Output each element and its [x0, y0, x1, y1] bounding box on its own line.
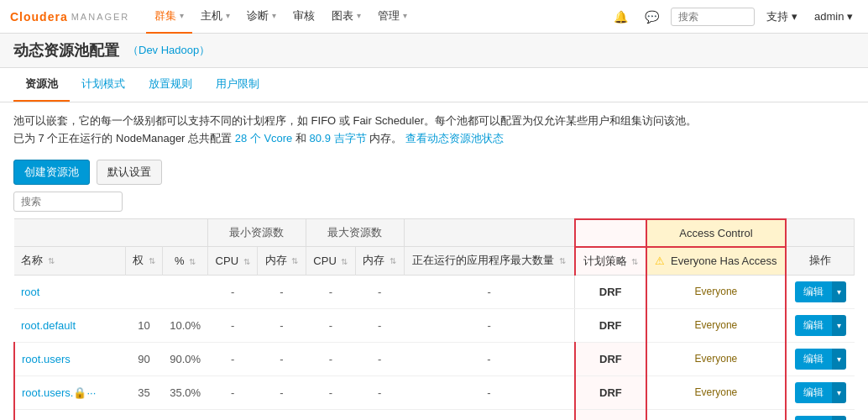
description-line2: 已为 7 个正在运行的 NodeManager 总共配置 28 个 Vcore …: [13, 130, 855, 148]
cell-max-cpu: -: [306, 342, 355, 375]
tab-plan-mode[interactable]: 计划模式: [70, 68, 137, 102]
cell-pct: 10.0%: [163, 308, 208, 342]
cell-running: -: [404, 409, 575, 420]
table-body: root - - - - - DRF Everyone 编辑 ▾ root.de…: [14, 275, 855, 420]
edit-button[interactable]: 编辑: [795, 315, 832, 336]
cell-weight: 10: [125, 409, 162, 420]
edit-button[interactable]: 编辑: [795, 416, 832, 420]
support-button[interactable]: 支持 ▾: [761, 9, 803, 24]
page-header: 动态资源池配置 （Dev Hadoop）: [0, 34, 868, 68]
col-group-max: 最大资源数: [306, 219, 404, 247]
edit-dropdown-button[interactable]: ▾: [832, 315, 846, 336]
cell-min-mem: -: [258, 342, 306, 375]
nav-item-host[interactable]: 主机 ▾: [192, 0, 238, 34]
cell-min-mem: -: [258, 375, 306, 409]
cell-name[interactable]: root.users.hdfs: [14, 409, 125, 420]
cell-min-cpu: -: [208, 375, 258, 409]
chevron-down-icon: ▾: [272, 11, 276, 20]
chevron-down-icon: ▾: [180, 11, 184, 20]
tab-placement-rules[interactable]: 放置规则: [137, 68, 204, 102]
edit-dropdown-button[interactable]: ▾: [832, 416, 846, 420]
chevron-down-icon: ▾: [357, 11, 361, 20]
description-line1: 池可以嵌套，它的每一个级别都可以支持不同的计划程序，如 FIFO 或 Fair …: [13, 113, 855, 130]
edit-button[interactable]: 编辑: [795, 349, 832, 370]
col-group-running: [404, 219, 575, 247]
status-link[interactable]: 查看动态资源池状态: [405, 132, 504, 144]
create-pool-button[interactable]: 创建资源池: [13, 160, 90, 185]
vcore-link[interactable]: 28 个 Vcore: [235, 132, 293, 144]
edit-dropdown-button[interactable]: ▾: [832, 349, 846, 370]
sort-icon[interactable]: ⇅: [559, 256, 566, 265]
col-header-max-cpu: CPU ⇅: [306, 247, 355, 276]
nav-right: 🔔 💬 支持 ▾ admin ▾: [609, 7, 858, 27]
logo-area: Cloudera MANAGER: [10, 10, 129, 24]
mem-link[interactable]: 80.9 吉字节: [310, 132, 367, 144]
cell-running: -: [404, 342, 575, 375]
nav-item-audit[interactable]: 审核: [285, 0, 323, 34]
nav-items: 群集 ▾ 主机 ▾ 诊断 ▾ 审核 图表 ▾ 管理 ▾: [146, 0, 609, 34]
global-search-input[interactable]: [671, 8, 755, 26]
cell-ops: 编辑 ▾: [786, 308, 855, 342]
cell-min-cpu: -: [208, 308, 258, 342]
cell-max-cpu: -: [306, 308, 355, 342]
cell-weight: 10: [125, 308, 162, 342]
cell-running: -: [404, 308, 575, 342]
sort-icon[interactable]: ⇅: [243, 257, 250, 266]
chevron-down-icon: ▾: [226, 11, 230, 20]
table-search-input[interactable]: [13, 192, 123, 212]
cell-pct: 10.0%: [163, 409, 208, 420]
cell-plan: DRF: [575, 275, 646, 308]
sort-icon[interactable]: ⇅: [149, 256, 155, 265]
col-group-ops: [786, 219, 855, 247]
logo-cloudera: Cloudera: [10, 10, 68, 24]
sub-nav: 资源池 计划模式 放置规则 用户限制: [0, 68, 868, 102]
sort-icon[interactable]: ⇅: [341, 257, 348, 266]
chat-icon[interactable]: 💬: [640, 7, 664, 27]
cell-name[interactable]: root.users.🔒···: [14, 375, 125, 409]
cell-weight: 35: [125, 375, 162, 409]
sort-icon[interactable]: ⇅: [390, 256, 396, 265]
tab-user-limits[interactable]: 用户限制: [204, 68, 271, 102]
cell-pct: 35.0%: [163, 375, 208, 409]
cell-name[interactable]: root.users: [14, 342, 125, 375]
cell-plan: DRF: [575, 342, 646, 375]
top-nav: Cloudera MANAGER 群集 ▾ 主机 ▾ 诊断 ▾ 审核 图表 ▾ …: [0, 0, 868, 34]
edit-button[interactable]: 编辑: [795, 382, 832, 403]
table-area: 最小资源数 最大资源数 Access Control 名称 ⇅ 权 ⇅ % ⇅ …: [0, 192, 868, 420]
edit-dropdown-button[interactable]: ▾: [832, 281, 846, 302]
sort-icon[interactable]: ⇅: [631, 257, 638, 266]
nav-item-cluster[interactable]: 群集 ▾: [146, 0, 192, 34]
tab-resource-pool[interactable]: 资源池: [13, 68, 70, 102]
sort-icon[interactable]: ⇅: [189, 257, 196, 266]
cell-name[interactable]: root: [14, 275, 125, 308]
cell-ops: 编辑 ▾: [786, 375, 855, 409]
nav-item-charts[interactable]: 图表 ▾: [323, 0, 369, 34]
nav-item-admin[interactable]: 管理 ▾: [369, 0, 416, 34]
edit-dropdown-button[interactable]: ▾: [832, 382, 846, 403]
sort-icon[interactable]: ⇅: [291, 256, 298, 265]
col-group-plan: [575, 219, 646, 247]
cell-min-cpu: -: [208, 409, 258, 420]
edit-button[interactable]: 编辑: [795, 281, 832, 302]
admin-button[interactable]: admin ▾: [809, 10, 858, 23]
col-header-min-cpu: CPU ⇅: [208, 247, 258, 276]
cell-running: -: [404, 275, 575, 308]
sort-icon[interactable]: ⇅: [48, 256, 55, 265]
bell-icon[interactable]: 🔔: [609, 7, 633, 27]
warning-icon: ⚠: [655, 255, 665, 267]
cell-name[interactable]: root.default: [14, 308, 125, 342]
nav-item-diagnostics[interactable]: 诊断 ▾: [238, 0, 285, 34]
default-settings-button[interactable]: 默认设置: [97, 160, 162, 185]
table-search-area: [13, 192, 855, 212]
cell-access: Everyone: [646, 409, 786, 420]
action-bar: 创建资源池 默认设置: [0, 153, 868, 192]
col-header-ops: 操作: [786, 247, 855, 276]
cell-plan: DRF: [575, 409, 646, 420]
chevron-down-icon: ▾: [847, 10, 853, 23]
col-header-plan: 计划策略 ⇅: [575, 247, 646, 276]
page-subtitle[interactable]: （Dev Hadoop）: [128, 43, 210, 58]
col-group-name: [14, 219, 208, 247]
cell-max-cpu: -: [306, 275, 355, 308]
cell-ops: 编辑 ▾: [786, 342, 855, 375]
col-header-row: 名称 ⇅ 权 ⇅ % ⇅ CPU ⇅ 内存 ⇅ CPU ⇅ 内存 ⇅ 正在运行的…: [14, 247, 855, 276]
